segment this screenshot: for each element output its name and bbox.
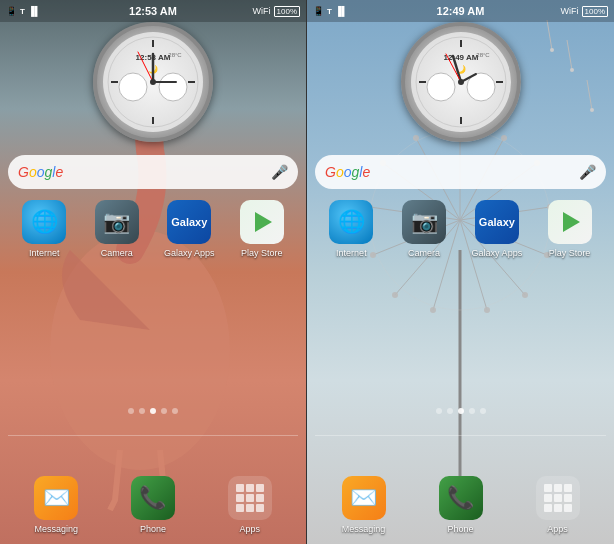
svg-point-15 bbox=[150, 79, 156, 85]
svg-point-49 bbox=[550, 48, 554, 52]
dock-divider-right bbox=[315, 435, 606, 436]
camera-label-left: Camera bbox=[101, 248, 133, 258]
app-item-galaxy-right[interactable]: Galaxy Galaxy Apps bbox=[467, 200, 527, 258]
status-time-left: 12:53 AM bbox=[129, 5, 177, 17]
mic-icon-right[interactable]: 🎤 bbox=[579, 164, 596, 180]
phone-icon-left: 📞 bbox=[131, 476, 175, 520]
dot-4-left[interactable] bbox=[172, 408, 178, 414]
apps-grid-right bbox=[544, 484, 572, 512]
whatsapp-icon: 📱 bbox=[6, 6, 17, 16]
play-triangle-right bbox=[563, 212, 580, 232]
galaxy-label-right: Galaxy Apps bbox=[472, 248, 523, 258]
play-triangle-left bbox=[255, 212, 272, 232]
app-item-phone-right[interactable]: 📞 Phone bbox=[431, 476, 491, 534]
playstore-icon-right bbox=[548, 200, 592, 244]
svg-point-47 bbox=[590, 108, 594, 112]
svg-line-48 bbox=[547, 20, 552, 50]
app-item-camera-left[interactable]: 📷 Camera bbox=[87, 200, 147, 258]
app-item-phone-left[interactable]: 📞 Phone bbox=[123, 476, 183, 534]
phone-label-right: Phone bbox=[447, 524, 473, 534]
watch-face-right: 12:49 AM 28°C 🌙 bbox=[401, 22, 521, 142]
google-logo-left: Google bbox=[18, 164, 63, 180]
galaxy-icon-left: Galaxy bbox=[167, 200, 211, 244]
dot-3-right[interactable] bbox=[469, 408, 475, 414]
status-bar-right: 📱 T ▐▌ 12:49 AM WiFi 100% bbox=[307, 0, 614, 22]
dock-divider-left bbox=[8, 435, 298, 436]
svg-point-39 bbox=[392, 292, 398, 298]
app-item-apps-right[interactable]: Apps bbox=[528, 476, 588, 534]
phone-label-left: Phone bbox=[140, 524, 166, 534]
dot-1-left[interactable] bbox=[139, 408, 145, 414]
messaging-icon-right: ✉️ bbox=[342, 476, 386, 520]
tmobile-icon: T bbox=[20, 7, 25, 16]
mic-icon-left[interactable]: 🎤 bbox=[271, 164, 288, 180]
tmobile-icon-right: T bbox=[327, 7, 332, 16]
svg-line-46 bbox=[587, 80, 592, 110]
bottom-dock-left: ✉️ Messaging 📞 Phone Apps bbox=[0, 476, 306, 534]
dot-3-left[interactable] bbox=[161, 408, 167, 414]
internet-label-right: Internet bbox=[336, 248, 367, 258]
watch-widget-right: 12:49 AM 28°C 🌙 bbox=[401, 22, 521, 142]
svg-point-37 bbox=[484, 307, 490, 313]
wifi-icon-right: WiFi bbox=[561, 6, 579, 16]
apps-icon-left bbox=[228, 476, 272, 520]
search-bar-left[interactable]: Google 🎤 bbox=[8, 155, 298, 189]
dot-0-left[interactable] bbox=[128, 408, 134, 414]
watch-widget-left: 12:53 AM 28°C 🌙 bbox=[93, 22, 213, 142]
search-bar-right[interactable]: Google 🎤 bbox=[315, 155, 606, 189]
internet-icon-left: 🌐 bbox=[22, 200, 66, 244]
internet-icon-right: 🌐 bbox=[329, 200, 373, 244]
status-right-icons-right: WiFi 100% bbox=[561, 6, 608, 17]
whatsapp-icon-right: 📱 bbox=[313, 6, 324, 16]
bottom-dock-right: ✉️ Messaging 📞 Phone Apps bbox=[307, 476, 614, 534]
app-item-internet-right[interactable]: 🌐 Internet bbox=[321, 200, 381, 258]
app-item-camera-right[interactable]: 📷 Camera bbox=[394, 200, 454, 258]
google-logo-right: Google bbox=[325, 164, 370, 180]
svg-text:12:49 AM: 12:49 AM bbox=[443, 53, 478, 62]
signal-bars-icon-right: ▐▌ bbox=[335, 6, 348, 16]
watch-inner-right: 12:49 AM 28°C 🌙 bbox=[411, 32, 511, 132]
dot-4-right[interactable] bbox=[480, 408, 486, 414]
messaging-label-right: Messaging bbox=[342, 524, 386, 534]
dot-0-right[interactable] bbox=[436, 408, 442, 414]
galaxy-label-left: Galaxy Apps bbox=[164, 248, 215, 258]
galaxy-icon-right: Galaxy bbox=[475, 200, 519, 244]
svg-text:28°C: 28°C bbox=[476, 52, 490, 58]
svg-point-8 bbox=[159, 73, 187, 101]
svg-point-55 bbox=[427, 73, 455, 101]
messaging-icon-left: ✉️ bbox=[34, 476, 78, 520]
svg-point-36 bbox=[522, 292, 528, 298]
apps-label-right: Apps bbox=[547, 524, 568, 534]
camera-icon-left: 📷 bbox=[95, 200, 139, 244]
internet-label-left: Internet bbox=[29, 248, 60, 258]
app-item-apps-left[interactable]: Apps bbox=[220, 476, 280, 534]
app-item-messaging-left[interactable]: ✉️ Messaging bbox=[26, 476, 86, 534]
apps-grid-left bbox=[236, 484, 264, 512]
app-item-galaxy-left[interactable]: Galaxy Galaxy Apps bbox=[159, 200, 219, 258]
playstore-label-right: Play Store bbox=[549, 248, 591, 258]
status-right-icons: WiFi 100% bbox=[253, 6, 300, 17]
playstore-label-left: Play Store bbox=[241, 248, 283, 258]
wifi-icon-left: WiFi bbox=[253, 6, 271, 16]
signal-bars-icon: ▐▌ bbox=[28, 6, 41, 16]
svg-point-45 bbox=[570, 68, 574, 72]
camera-icon-right: 📷 bbox=[402, 200, 446, 244]
app-grid-right: 🌐 Internet 📷 Camera Galaxy Galaxy Apps P… bbox=[307, 200, 614, 258]
watch-svg-right: 12:49 AM 28°C 🌙 bbox=[411, 32, 511, 132]
dot-2-right[interactable] bbox=[458, 408, 464, 414]
svg-point-7 bbox=[119, 73, 147, 101]
right-phone-screen: 📱 T ▐▌ 12:49 AM WiFi 100% 12:49 AM bbox=[307, 0, 614, 544]
phone-icon-right: 📞 bbox=[439, 476, 483, 520]
svg-line-44 bbox=[567, 40, 572, 70]
status-time-right: 12:49 AM bbox=[437, 5, 485, 17]
app-item-playstore-left[interactable]: Play Store bbox=[232, 200, 292, 258]
app-item-messaging-right[interactable]: ✉️ Messaging bbox=[334, 476, 394, 534]
app-item-internet-left[interactable]: 🌐 Internet bbox=[14, 200, 74, 258]
app-item-playstore-right[interactable]: Play Store bbox=[540, 200, 600, 258]
left-phone-screen: 📱 T ▐▌ 12:53 AM WiFi 100% bbox=[0, 0, 307, 544]
dot-2-left[interactable] bbox=[150, 408, 156, 414]
watch-svg-left: 12:53 AM 28°C 🌙 bbox=[103, 32, 203, 132]
watch-face-left: 12:53 AM 28°C 🌙 bbox=[93, 22, 213, 142]
camera-label-right: Camera bbox=[408, 248, 440, 258]
dot-1-right[interactable] bbox=[447, 408, 453, 414]
